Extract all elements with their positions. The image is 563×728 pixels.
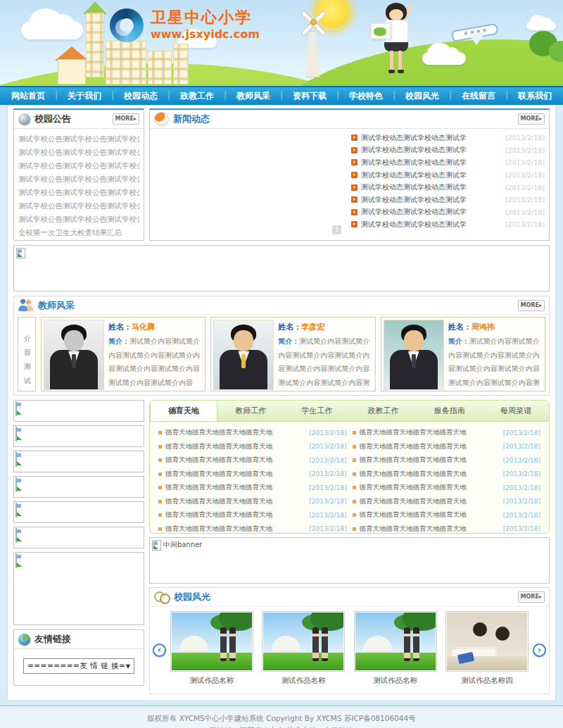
- news-item[interactable]: 测试学校动态测试学校动态测试学 [2013/2/18]: [351, 206, 545, 219]
- nav-item[interactable]: 资料下载: [282, 90, 338, 102]
- announcement-item[interactable]: 测试学校公告测试学校公告测试学校公告: [18, 186, 139, 199]
- cloud-shape: [526, 21, 556, 30]
- announcement-item[interactable]: 测试学校公告测试学校公告测试学校公告: [18, 159, 139, 172]
- nav-item[interactable]: 在线留言: [450, 90, 507, 102]
- friend-links-dropdown[interactable]: ========友 情 链 接======= ▼: [23, 658, 134, 674]
- site-logo[interactable]: 卫星中心小学 www.jsxyidc.com: [110, 8, 260, 42]
- announcement-item[interactable]: 测试学校公告测试学校公告测试学校公告: [18, 146, 139, 159]
- list-item[interactable]: 德育天地德育天地德育天地德育天地 [2013/2/18]: [353, 426, 541, 440]
- announcement-item[interactable]: 测试学校公告测试学校公告测试学校公告: [18, 172, 139, 186]
- category-tab[interactable]: 教师工作: [217, 401, 284, 421]
- scenery-title: 校园风光: [174, 591, 210, 603]
- category-tab[interactable]: 每周菜谱: [483, 401, 549, 421]
- windmill-tower: [304, 31, 321, 77]
- teacher-name: 李彦宏: [301, 322, 324, 332]
- teacher-card[interactable]: 姓名：周鸿祎 简介：测试简介内容测试简介内容测试简介内容测试简介内容测试简介内容…: [381, 317, 545, 391]
- category-tab[interactable]: 德育天地: [150, 401, 217, 421]
- teacher-card[interactable]: 姓名：李彦宏 简介：测试简介内容测试简介内容测试简介内容测试简介内容测试简介内容…: [210, 317, 375, 391]
- rings-icon: [154, 591, 170, 603]
- nav-item[interactable]: 关于我们: [56, 90, 113, 102]
- scenery-photo-item[interactable]: 测试作品名称四: [445, 611, 529, 689]
- list-item[interactable]: 德育天地德育天地德育天地德育天地 [2013/2/18]: [353, 481, 541, 495]
- nav-item[interactable]: 教师风采: [225, 90, 282, 102]
- list-item[interactable]: 德育天地德育天地德育天地德育天地 [2013/2/18]: [353, 522, 541, 534]
- header-illustration: 卫星中心小学 www.jsxyidc.com: [0, 0, 563, 86]
- announcement-item[interactable]: 测试学校公告测试学校公告测试学校公告: [18, 213, 139, 226]
- name-label: 姓名：: [108, 322, 132, 332]
- list-item[interactable]: 德育天地德育天地德育天地德育天地 [2013/2/18]: [158, 495, 347, 509]
- list-item-date: [2013/2/18]: [309, 429, 346, 437]
- broken-image-icon: [15, 553, 17, 568]
- scenery-photo-item[interactable]: 测试作品名称: [354, 611, 437, 689]
- announcement-item[interactable]: 全校第一次卫生大检查结果汇总: [18, 226, 139, 239]
- news-item[interactable]: 测试学校动态测试学校动态测试学 [2013/2/18]: [351, 194, 545, 206]
- announcement-item[interactable]: 测试学校公告测试学校公告测试学校公告: [18, 199, 139, 213]
- square-bullet-icon: [158, 445, 162, 448]
- news-item[interactable]: 测试学校动态测试学校动态测试学 [2013/2/18]: [351, 169, 545, 182]
- list-item[interactable]: 德育天地德育天地德育天地德育天地 [2013/2/18]: [353, 508, 541, 522]
- scenery-carousel: ‹: [150, 607, 549, 689]
- main-navigation: 网站首页 关于我们 校园动态 政教工作 教师风采 资料下载 学校特色 校园风光 …: [0, 86, 563, 105]
- photo-frame: [354, 611, 437, 672]
- list-item-date: [2013/2/18]: [503, 443, 540, 450]
- nav-item[interactable]: 学校特色: [338, 90, 394, 102]
- list-item[interactable]: 德育天地德育天地德育天地德育天地 [2013/2/18]: [353, 495, 541, 509]
- carousel-prev-button[interactable]: ‹: [153, 644, 166, 657]
- news-item[interactable]: 测试学校动态测试学校动态测试学 [2013/2/18]: [351, 132, 545, 144]
- teacher-name-row: 姓名：周鸿祎: [448, 320, 542, 334]
- teacher-photo: [384, 320, 443, 389]
- sidebar-image-placeholder: [13, 451, 144, 472]
- announcement-item[interactable]: 测试学校公告测试学校公告测试学校公告: [18, 132, 139, 146]
- list-item-text: 德育天地德育天地德育天地德育天地: [360, 497, 500, 506]
- news-item[interactable]: 测试学校动态测试学校动态测试学 [2013/2/18]: [351, 218, 545, 231]
- category-tab[interactable]: 政教工作: [350, 401, 417, 421]
- list-item[interactable]: 德育天地德育天地德育天地德育天地 [2013/2/18]: [353, 453, 541, 467]
- list-item-text: 德育天地德育天地德育天地德育天地: [360, 456, 500, 465]
- girl-shoe: [388, 70, 395, 73]
- scenery-photo-list: 测试作品名称: [170, 611, 529, 689]
- news-item-text: 测试学校动态测试学校动态测试学: [361, 158, 502, 168]
- category-tab[interactable]: 学生工作: [284, 401, 350, 421]
- list-item-date: [2013/2/18]: [503, 498, 540, 505]
- news-item[interactable]: 测试学校动态测试学校动态测试学 [2013/2/18]: [351, 181, 545, 194]
- list-item[interactable]: 德育天地德育天地德育天地德育天地 [2013/2/18]: [158, 440, 347, 454]
- nav-item[interactable]: 校园动态: [113, 90, 169, 102]
- address-line: 联地址：江苏省南京市 技术支持：鑫跃科技: [0, 724, 563, 728]
- slideshow-pager-button[interactable]: 1: [332, 225, 341, 234]
- broken-image-icon: [15, 528, 17, 543]
- tab-list-left: 德育天地德育天地德育天地德育天地 [2013/2/18] 德育天地德育天地德育天…: [156, 426, 350, 534]
- friend-links-dropdown-value: ========友 情 链 接=======: [27, 661, 126, 671]
- nav-item[interactable]: 政教工作: [169, 90, 225, 102]
- square-bullet-icon: [353, 513, 356, 517]
- list-item-date: [2013/2/18]: [309, 498, 346, 505]
- carousel-next-button[interactable]: ›: [533, 644, 546, 657]
- nav-item[interactable]: 联系我们: [507, 90, 563, 102]
- list-item[interactable]: 德育天地德育天地德育天地德育天地 [2013/2/18]: [158, 426, 347, 440]
- list-item[interactable]: 德育天地德育天地德育天地德育天地 [2013/2/18]: [158, 508, 347, 522]
- news-more-button[interactable]: MORE▸: [518, 113, 545, 125]
- scenery-caption: 测试作品名称四: [445, 672, 529, 689]
- list-item[interactable]: 德育天地德育天地德育天地德育天地 [2013/2/18]: [158, 467, 347, 482]
- scenery-photo: [355, 613, 436, 670]
- scenery-photo-item[interactable]: 测试作品名称: [170, 611, 253, 689]
- nav-item[interactable]: 校园风光: [394, 90, 450, 102]
- list-item[interactable]: 德育天地德育天地德育天地德育天地 [2013/2/18]: [158, 481, 347, 495]
- logo-swirl-icon: [110, 8, 144, 42]
- nav-item[interactable]: 网站首页: [0, 90, 56, 102]
- category-tab[interactable]: 服务指南: [417, 401, 483, 421]
- announcements-more-button[interactable]: MORE▸: [113, 113, 139, 125]
- list-item[interactable]: 德育天地德育天地德育天地德育天地 [2013/2/18]: [353, 467, 541, 482]
- news-item[interactable]: 测试学校动态测试学校动态测试学 [2013/2/18]: [351, 156, 545, 169]
- news-item[interactable]: 测试学校动态测试学校动态测试学 [2013/2/18]: [351, 144, 545, 157]
- broken-image-icon: [15, 477, 17, 492]
- list-item-date: [2013/2/18]: [309, 512, 346, 519]
- scenery-more-button[interactable]: MORE▸: [518, 591, 545, 603]
- scenery-photo-item[interactable]: 测试作品名称: [262, 611, 345, 689]
- teachers-more-button[interactable]: MORE▸: [518, 300, 545, 311]
- news-item-text: 测试学校动态测试学校动态测试学: [361, 133, 502, 143]
- teacher-card[interactable]: 姓名：马化腾 简介：测试简介内容测试简介内容测试简介内容测试简介内容测试简介内容…: [41, 317, 205, 391]
- square-bullet-icon: [353, 431, 356, 434]
- list-item[interactable]: 德育天地德育天地德育天地德育天地 [2013/2/18]: [158, 453, 347, 467]
- list-item[interactable]: 德育天地德育天地德育天地德育天地 [2013/2/18]: [353, 440, 541, 454]
- list-item[interactable]: 德育天地德育天地德育天地德育天地 [2013/2/18]: [158, 522, 347, 534]
